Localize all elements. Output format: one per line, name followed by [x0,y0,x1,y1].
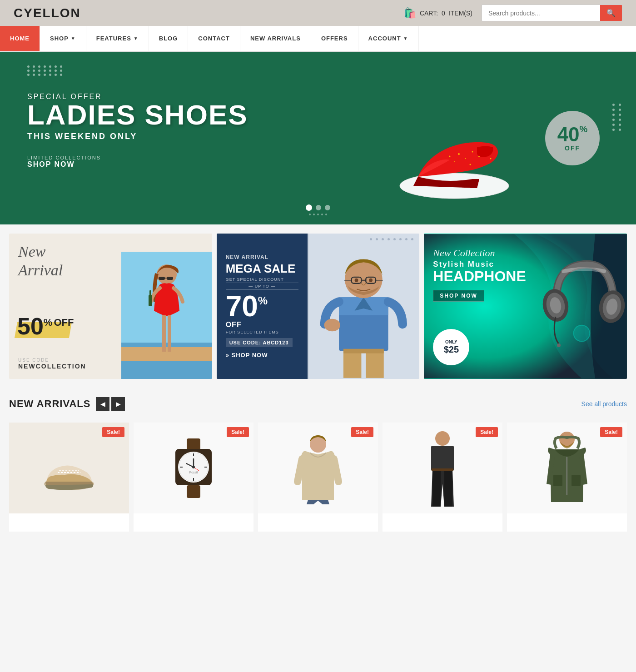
promo2-left-panel: NEW ARRIVAL MEGA SALE GET SPECIAL DISCOU… [217,234,308,379]
promo1-arrival-label: Arrival [18,261,63,280]
promo3-stylish-label: Stylish Music [433,260,526,269]
svg-point-45 [557,343,561,347]
svg-rect-50 [187,485,200,498]
chevron-down-icon: ▼ [71,36,76,41]
hero-shoe-display [386,75,522,202]
search-input[interactable] [482,6,600,20]
svg-rect-16 [167,277,173,280]
product-card-3: Sale! [258,423,378,532]
svg-rect-76 [571,475,581,486]
chevron-down-icon: ▼ [134,36,139,41]
promo1-discount: 50 % OFF [17,314,74,338]
promo3-price-label: $25 [444,344,459,355]
hero-text: SPECIAL OFFER LADIES SHOES THIS WEEKEND … [27,93,248,169]
sale-badge-5: Sale! [600,427,622,437]
promo2-shopnow-button[interactable]: » SHOP NOW [226,352,268,358]
nav-item-contact[interactable]: CONTACT [188,26,240,51]
hero-dots-right-decoration [612,104,622,131]
svg-rect-75 [553,475,562,486]
chevron-down-icon: ▼ [403,36,408,41]
promo1-bottom: USE CODE NEWCOLLECTION [18,358,86,370]
promo1-new-label: New [18,243,63,261]
svg-rect-70 [432,468,453,471]
svg-rect-71 [432,471,441,507]
hero-slide-indicators [306,204,330,211]
promo2-model-area [308,234,420,379]
cart-items-label: ITEM(S) [449,10,472,17]
hero-title: LADIES SHOES [27,101,248,129]
nav-item-shop[interactable]: SHOP ▼ [40,26,86,51]
slide-indicator-2[interactable] [316,205,321,210]
promo2-for-label: FOR SELECTED ITEMS [226,330,279,334]
cart-icon: 🛍️ [404,7,416,19]
svg-rect-35 [366,350,383,378]
hero-shop-now-area: LIMITED COLLECTIONS SHOP NOW [27,155,248,169]
promo2-new-arrival-label: NEW ARRIVAL [226,254,268,260]
sale-badge-4: Sale! [476,427,498,437]
svg-point-5 [449,156,451,157]
bottom-dots-decoration [309,214,327,217]
promo1-script-text: New Arrival [18,243,63,280]
new-arrivals-header: NEW ARRIVALS ◀ ▶ See all products [9,397,627,411]
promo3-shopnow-button[interactable]: SHOP NOW [433,290,484,302]
slide-indicator-1[interactable] [306,204,312,211]
nav-item-features[interactable]: FEATURES ▼ [86,26,149,51]
promo1-usecode: USE CODE [18,358,86,363]
slide-indicator-3[interactable] [325,205,330,210]
promo3-only-label: ONLY [445,339,457,344]
main-nav: HOME SHOP ▼ FEATURES ▼ BLOG CONTACT NEW … [0,26,636,52]
promo-banners-row: New Arrival [0,224,636,388]
new-arrivals-left: NEW ARRIVALS ◀ ▶ [9,397,125,411]
promo3-price-badge: ONLY $25 [433,329,469,365]
prev-arrow-button[interactable]: ◀ [96,397,109,411]
svg-rect-34 [343,350,361,378]
promo1-collection-label: NEWCOLLECTION [18,363,86,370]
promo3-headphone-image [538,253,627,359]
nav-item-account[interactable]: ACCOUNT ▼ [358,26,419,51]
carousel-nav-arrows: ◀ ▶ [96,397,125,411]
hero-banner: SPECIAL OFFER LADIES SHOES THIS WEEKEND … [0,52,636,224]
svg-point-10 [470,164,471,165]
hero-subtitle: THIS WEEKEND ONLY [27,132,248,141]
promo-card-mens: NEW ARRIVAL MEGA SALE GET SPECIAL DISCOU… [217,234,420,379]
cart-count: 0 [442,10,445,17]
cart-area[interactable]: 🛍️ CART: 0 ITEM(S) [404,7,472,19]
hero-shopnow-label[interactable]: SHOP NOW [27,160,248,169]
svg-rect-36 [343,349,384,353]
product-card-4: Sale! [383,423,502,532]
promo3-headphone-label: HEADPHONE [433,269,526,284]
promo2-off-label: OFF [226,321,242,329]
promo2-dot-pattern [370,238,415,240]
nav-item-new-arrivals[interactable]: NEW ARRIVALS [240,26,311,51]
svg-text:Fossil: Fossil [189,471,198,474]
sale-badge-2: Sale! [227,427,249,437]
next-arrow-button[interactable]: ▶ [111,397,125,411]
badge-percent: % [580,124,588,134]
see-all-products-link[interactable]: See all products [581,400,627,408]
promo2-upto-label: — UP TO — [226,283,298,290]
svg-point-73 [559,432,575,447]
svg-point-33 [324,319,340,332]
svg-rect-20 [149,295,152,306]
promo1-pct-label: % [44,317,53,329]
hero-limited-text: LIMITED COLLECTIONS [27,155,248,160]
svg-point-8 [490,158,492,159]
svg-rect-21 [149,290,151,296]
promo2-70-label: 70 [226,292,258,321]
nav-item-blog[interactable]: BLOG [149,26,189,51]
product-card-2: Sale! [134,423,253,532]
nav-item-home[interactable]: HOME [0,26,40,51]
promo2-separator [308,234,308,379]
sale-badge-3: Sale! [351,427,373,437]
badge-off: OFF [565,144,580,152]
promo1-50-label: 50 [17,314,44,338]
promo1-off-label: OFF [54,317,74,329]
search-button[interactable]: 🔍 [600,5,622,21]
svg-point-3 [472,151,473,153]
promo1-model-image [121,252,212,379]
svg-rect-18 [162,315,166,352]
nav-item-offers[interactable]: OFFERS [311,26,358,51]
svg-point-6 [465,158,466,159]
svg-point-68 [435,431,450,446]
svg-point-32 [369,279,373,282]
